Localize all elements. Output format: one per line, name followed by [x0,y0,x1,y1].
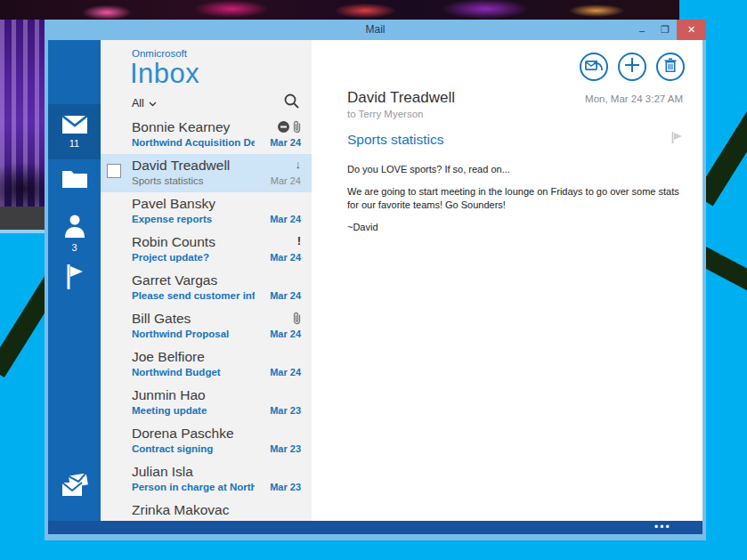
row-sender: Julian Isla [132,463,283,481]
row-date: Mar 24 [270,214,301,224]
message-row[interactable]: Robin Counts Project update? ! Mar 24 [101,231,312,269]
row-sender: Bonnie Kearney [132,118,283,136]
row-date: Mar 24 [270,137,301,148]
wallpaper-left-photo [0,20,45,207]
reading-pane: David Treadwell to Terry Myerson Mon, Ma… [312,40,702,521]
more-button[interactable]: ••• [654,521,671,533]
window-content: 11 3 [48,40,702,521]
row-subject: Contract signing [132,442,255,456]
row-date: Mar 24 [270,329,301,339]
search-icon [284,96,299,111]
window-title: Mail [45,20,706,40]
row-subject: Northwind Budget [132,366,255,379]
message-list: Bonnie Kearney Northwind Acquisition Det… [101,116,312,521]
folder-icon [62,175,87,191]
row-date: Mar 23 [270,482,301,492]
message-checkbox[interactable] [107,164,121,178]
folder-title: Inbox [130,58,199,90]
maximize-button[interactable]: ❐ [654,20,677,40]
chevron-down-icon [149,97,157,110]
minimize-button[interactable]: – [630,20,654,40]
message-datetime: Mon, Mar 24 3:27 AM [585,93,683,104]
attachment-icon [293,120,301,134]
row-sender: Junmin Hao [132,386,283,404]
row-sender: Joe Belfiore [132,348,283,366]
message-recipient: to Terry Myerson [347,109,423,119]
filter-label: All [132,97,144,110]
respond-icon [585,58,603,76]
message-row[interactable]: Junmin Hao Meeting update Mar 23 [101,384,312,422]
attachment-icon [293,312,301,325]
row-icons: ↓ [296,158,302,171]
row-icons [293,312,301,324]
arrow-down-icon: ↓ [296,158,302,171]
filter-dropdown[interactable]: All [132,97,157,110]
message-row[interactable]: Dorena Paschke Contract signing Mar 23 [101,422,312,460]
row-subject: Northwind Acquisition Deta... [132,136,255,150]
row-subject: Northwind Proposal [132,328,255,341]
row-date: Mar 24 [270,290,301,301]
message-row[interactable]: Pavel Bansky Expense reports Mar 24 [101,192,312,231]
flag-outline-icon[interactable] [670,131,683,147]
message-body: Do you LOVE sports? If so, read on...We … [347,163,685,243]
row-sender: Robin Counts [132,233,283,251]
row-icons [278,120,301,133]
row-date: Mar 24 [270,252,301,263]
sidebar-item-people[interactable]: 3 [48,215,101,253]
sidebar-item-accounts[interactable] [48,474,101,501]
wallpaper-highlight-line [0,230,45,233]
row-subject: Sports statistics [132,174,255,188]
row-subject: Person in charge at Northwi... [132,481,255,494]
message-sender: David Treadwell [347,89,455,107]
sidebar: 11 3 [48,40,101,521]
message-row[interactable]: Joe Belfiore Northwind Budget Mar 24 [101,345,312,384]
message-row[interactable]: David Treadwell Sports statistics ↓ Mar … [101,154,312,192]
wallpaper-top-photo [0,0,679,20]
row-sender: Dorena Paschke [132,425,283,442]
row-subject: Expense reports [132,213,255,226]
row-subject: Meeting update [132,404,255,418]
delete-button[interactable] [656,53,685,81]
window-controls: – ❐ ✕ [630,20,706,40]
mail-icon [62,121,87,136]
row-icons: ! [297,235,301,248]
row-date: Mar 24 [270,367,301,377]
blocked-icon [278,121,289,133]
row-date: Mar 23 [270,443,301,454]
message-row[interactable]: Bill Gates Northwind Proposal Mar 24 [101,307,312,345]
new-message-button[interactable] [618,53,646,81]
important-icon: ! [297,235,301,248]
message-row[interactable]: Julian Isla Person in charge at Northwi.… [101,460,312,499]
reading-toolbar [580,53,685,81]
trash-icon [664,58,677,76]
message-subject: Sports statistics [347,132,444,148]
sidebar-item-inbox[interactable]: 11 [48,104,101,159]
respond-button[interactable] [580,53,608,81]
message-row[interactable]: Bonnie Kearney Northwind Acquisition Det… [101,116,312,154]
message-row[interactable]: Garret Vargas Please send customer info … [101,269,312,307]
titlebar[interactable]: Mail – ❐ ✕ [45,20,706,40]
inbox-count: 11 [48,138,101,149]
person-icon [65,225,85,240]
row-subject: Project update? [132,251,255,264]
row-sender: Pavel Bansky [132,195,283,213]
row-sender: Bill Gates [132,310,283,328]
search-button[interactable] [284,93,299,112]
app-bar: ••• [48,521,702,534]
row-date: Mar 24 [271,175,301,186]
row-sender: Zrinka Makovac [132,501,283,519]
mail-window: Mail – ❐ ✕ 11 3 [45,20,706,540]
message-row[interactable]: Zrinka Makovac Stocks Mar 23 [101,499,312,521]
row-date: Mar 23 [270,405,301,416]
row-sender: David Treadwell [132,157,283,174]
row-subject: Please send customer info [132,289,255,303]
people-count: 3 [48,242,101,253]
sidebar-item-flagged[interactable] [48,264,101,293]
close-button[interactable]: ✕ [677,20,706,40]
wallpaper-gray-strip [0,207,45,230]
plus-icon [625,58,639,76]
row-sender: Garret Vargas [132,272,283,289]
sidebar-item-folders[interactable] [48,169,101,191]
mail-accounts-icon [61,485,88,500]
message-list-panel: Onmicrosoft Inbox All Bonnie Kearney Nor… [101,40,312,521]
